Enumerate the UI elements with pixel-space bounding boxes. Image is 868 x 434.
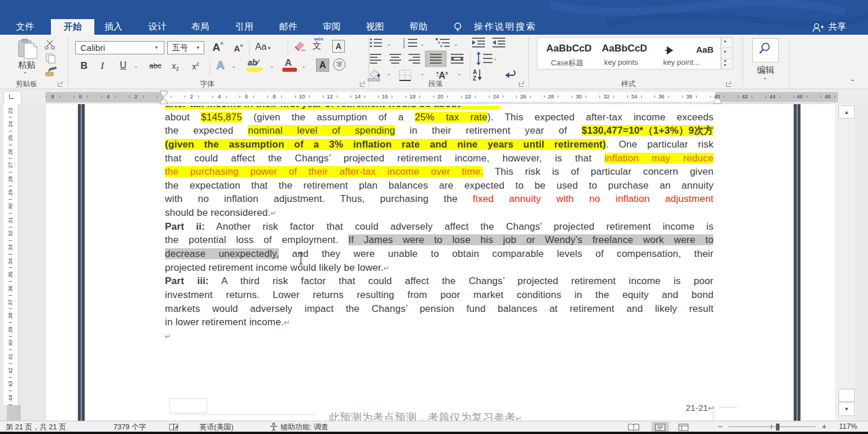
svg-text:3: 3 — [403, 45, 405, 49]
svg-text:A: A — [473, 69, 477, 75]
svg-text:Z: Z — [473, 75, 476, 82]
